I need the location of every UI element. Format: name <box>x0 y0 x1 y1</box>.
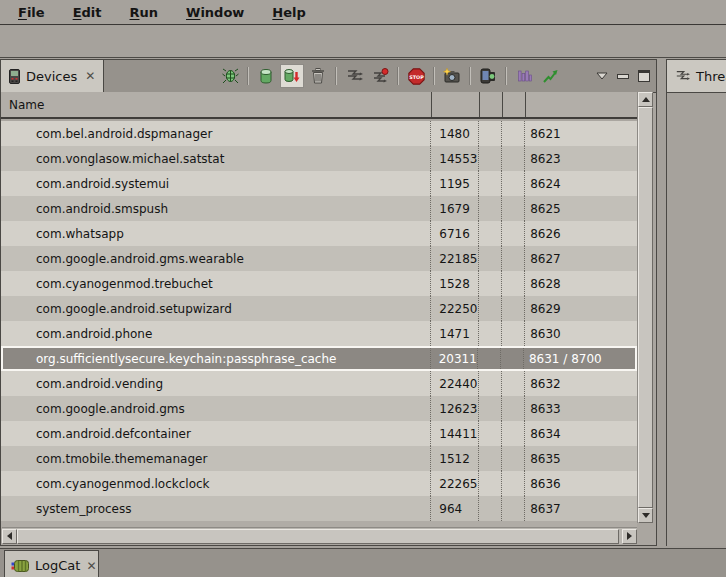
toolbar-separator <box>469 67 471 85</box>
row-port: 8633 <box>524 396 637 421</box>
view-window-controls <box>596 70 650 82</box>
row-blank2 <box>501 196 524 221</box>
row-blank2 <box>501 496 524 521</box>
table-row[interactable]: com.vonglasow.michael.satstat 14553 8623 <box>1 146 637 171</box>
tab-threads[interactable]: Threa <box>667 60 726 92</box>
row-port: 8621 <box>524 121 637 146</box>
vertical-scrollbar[interactable] <box>637 92 653 523</box>
row-blank1 <box>478 296 501 321</box>
view-menu-icon[interactable] <box>596 72 608 80</box>
tab-logcat[interactable]: LogCat ✕ <box>4 550 99 577</box>
table-row[interactable]: com.android.smspush 1679 8625 <box>1 196 637 221</box>
row-name: org.sufficientlysecure.keychain:passphra… <box>3 348 430 369</box>
start-opengl-trace-icon[interactable] <box>538 64 562 88</box>
scroll-down-button[interactable] <box>638 508 653 523</box>
row-pid: 22440 <box>430 371 478 396</box>
toolbar-separator <box>335 67 337 85</box>
tab-devices-label: Devices <box>26 69 77 84</box>
minimize-icon[interactable] <box>617 74 629 79</box>
table-row[interactable]: com.android.systemui 1195 8624 <box>1 171 637 196</box>
close-icon[interactable]: ✕ <box>86 559 96 573</box>
table-row[interactable]: com.cyanogenmod.trebuchet 1528 8628 <box>1 271 637 296</box>
table-row[interactable]: com.android.vending 22440 8632 <box>1 371 637 396</box>
row-port: 8637 <box>524 496 637 521</box>
row-blank1 <box>478 321 501 346</box>
row-blank1 <box>478 121 501 146</box>
menu-window[interactable]: Window <box>172 5 258 20</box>
threads-view: Threa Thread up ( <box>666 59 726 546</box>
menu-file[interactable]: File <box>4 5 59 20</box>
row-pid: 1528 <box>430 271 478 296</box>
row-blank2 <box>501 396 524 421</box>
table-row[interactable]: com.google.android.setupwizard 22250 862… <box>1 296 637 321</box>
table-row[interactable]: com.android.phone 1471 8630 <box>1 321 637 346</box>
horizontal-scrollbar[interactable] <box>2 527 637 544</box>
scroll-right-button[interactable] <box>622 529 637 544</box>
screen-capture-icon[interactable] <box>440 64 464 88</box>
update-heap-icon[interactable] <box>254 64 278 88</box>
row-blank1 <box>477 348 500 369</box>
table-row[interactable]: com.bel.android.dspmanager 1480 8621 <box>1 121 637 146</box>
table-row[interactable]: system_process 964 8637 <box>1 496 637 521</box>
table-row[interactable]: com.tmobile.thememanager 1512 8635 <box>1 446 637 471</box>
menu-edit[interactable]: Edit <box>59 5 116 20</box>
row-blank1 <box>478 396 501 421</box>
close-icon[interactable]: ✕ <box>85 69 95 83</box>
table-row[interactable]: org.sufficientlysecure.keychain:passphra… <box>1 346 637 371</box>
maximize-icon[interactable] <box>638 70 650 82</box>
row-blank2 <box>501 471 524 496</box>
row-blank2 <box>501 221 524 246</box>
row-name: com.cyanogenmod.lockclock <box>1 471 430 496</box>
table-row[interactable]: com.whatsapp 6716 8626 <box>1 221 637 246</box>
dump-hprof-icon[interactable] <box>280 64 304 88</box>
horizontal-scrollbar-thumb[interactable] <box>17 529 619 544</box>
capture-systrace-icon[interactable] <box>512 64 536 88</box>
row-port: 8627 <box>524 246 637 271</box>
arrow-left-icon <box>7 532 12 540</box>
row-name: com.android.smspush <box>1 196 430 221</box>
column-header-port[interactable] <box>525 92 638 117</box>
row-name: com.whatsapp <box>1 221 430 246</box>
table-row[interactable]: com.google.android.gms 12623 8633 <box>1 396 637 421</box>
row-pid: 14553 <box>430 146 478 171</box>
start-method-profiling-icon[interactable] <box>368 64 392 88</box>
row-blank2 <box>501 371 524 396</box>
row-name: com.android.phone <box>1 321 430 346</box>
stop-process-icon[interactable]: STOP <box>404 64 428 88</box>
row-port: 8630 <box>524 321 637 346</box>
column-header-pid[interactable] <box>431 92 479 117</box>
row-name: com.cyanogenmod.trebuchet <box>1 271 430 296</box>
row-pid: 12623 <box>430 396 478 421</box>
row-name: com.android.vending <box>1 371 430 396</box>
row-name: com.google.android.setupwizard <box>1 296 430 321</box>
menu-help[interactable]: Help <box>258 5 319 20</box>
row-port: 8632 <box>524 371 637 396</box>
column-header-blank2[interactable] <box>502 92 525 117</box>
row-name: com.vonglasow.michael.satstat <box>1 146 430 171</box>
column-header-blank1[interactable] <box>479 92 502 117</box>
row-blank1 <box>478 246 501 271</box>
table-row[interactable]: com.cyanogenmod.lockclock 22265 8636 <box>1 471 637 496</box>
menu-run[interactable]: Run <box>116 5 173 20</box>
row-pid: 1480 <box>430 121 478 146</box>
scroll-left-button[interactable] <box>2 529 17 544</box>
table-row[interactable]: com.android.defcontainer 14411 8634 <box>1 421 637 446</box>
vertical-scrollbar-thumb[interactable] <box>638 107 653 508</box>
row-pid: 14411 <box>430 421 478 446</box>
column-header-name[interactable]: Name <box>1 92 431 117</box>
dump-view-hierarchy-icon[interactable] <box>476 64 500 88</box>
update-threads-icon[interactable] <box>342 64 366 88</box>
tab-devices[interactable]: Devices ✕ <box>1 60 104 92</box>
debug-icon[interactable] <box>218 64 242 88</box>
cause-gc-icon[interactable] <box>306 64 330 88</box>
row-blank1 <box>478 221 501 246</box>
row-blank1 <box>478 446 501 471</box>
row-pid: 964 <box>430 496 478 521</box>
row-name: com.bel.android.dspmanager <box>1 121 430 146</box>
row-port: 8628 <box>524 271 637 296</box>
table-row[interactable]: com.google.android.gms.wearable 22185 86… <box>1 246 637 271</box>
row-port: 8624 <box>524 171 637 196</box>
row-name: com.android.systemui <box>1 171 430 196</box>
row-port: 8636 <box>524 471 637 496</box>
scroll-up-button[interactable] <box>638 92 653 107</box>
